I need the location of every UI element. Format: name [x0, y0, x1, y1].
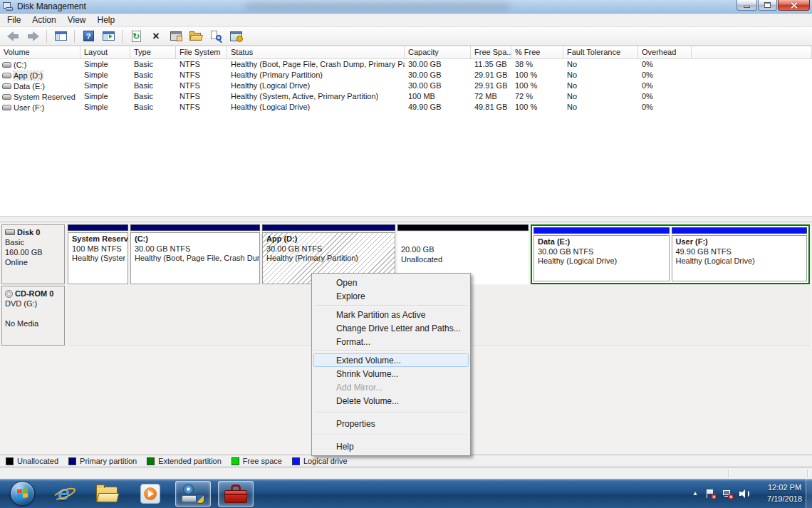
volume-row-c[interactable]: (C:) Simple Basic NTFS Healthy (Boot, Pa…	[0, 59, 812, 70]
open-button[interactable]	[187, 28, 204, 44]
cdrom-media: No Media	[5, 318, 61, 328]
volume-overhead: 0%	[638, 59, 692, 70]
partition-size: 30.00 GB NTFS	[538, 247, 665, 257]
status-pane-divider	[807, 470, 808, 477]
context-menu-mark-partition-active[interactable]: Mark Partition as Active	[313, 308, 469, 321]
volume-row-data-e[interactable]: Data (E:) Simple Basic NTFS Healthy (Log…	[0, 81, 812, 91]
volume-row-user-f[interactable]: User (F:) Simple Basic NTFS Healthy (Log…	[0, 102, 812, 113]
context-menu-format[interactable]: Format...	[313, 335, 469, 348]
column-header-file-system[interactable]: File System	[176, 46, 227, 59]
taskbar-windows-explorer[interactable]	[90, 481, 125, 507]
column-header-fault-tolerance[interactable]: Fault Tolerance	[563, 46, 638, 59]
context-menu-change-drive-letter[interactable]: Change Drive Letter and Paths...	[313, 321, 469, 335]
context-menu-open[interactable]: Open	[313, 276, 469, 289]
volume-capacity: 30.00 GB	[405, 70, 471, 81]
disk0-kind: Basic	[5, 237, 61, 247]
context-menu-delete-volume[interactable]: Delete Volume...	[313, 394, 469, 408]
taskbar-clock[interactable]: 12:02 PM 7/19/2018	[767, 482, 802, 504]
drive-icon	[2, 62, 11, 68]
legend-label: Primary partition	[80, 457, 137, 465]
context-menu-extend-volume[interactable]: Extend Volume...	[313, 353, 469, 367]
partition-data-e[interactable]: Data (E:) 30.00 GB NTFS Healthy (Logical…	[533, 227, 670, 281]
taskbar-toolbox[interactable]	[218, 481, 254, 507]
volume-name: User (F:)	[14, 103, 44, 112]
volume-speaker-icon[interactable]	[739, 489, 749, 499]
disk0-state: Online	[5, 257, 61, 267]
legend-label: Logical drive	[303, 457, 348, 465]
properties-button[interactable]	[167, 28, 184, 44]
legend-swatch-extended	[147, 457, 155, 465]
show-hide-action-pane-button[interactable]	[100, 28, 117, 44]
volume-layout: Simple	[80, 70, 130, 81]
taskbar-internet-explorer[interactable]: e	[47, 481, 83, 507]
volume-capacity: 49.90 GB	[405, 102, 471, 113]
pane-splitter[interactable]	[0, 216, 812, 222]
partition-size: 49.90 GB NTFS	[676, 247, 803, 257]
refresh-button[interactable]: ↻	[127, 28, 145, 44]
column-header-capacity[interactable]: Capacity	[405, 46, 471, 59]
volume-file-system: NTFS	[176, 91, 227, 102]
start-button[interactable]	[4, 481, 40, 507]
volume-pct-free: 100 %	[511, 70, 563, 81]
show-desktop-button[interactable]	[806, 479, 812, 508]
partition-user-f[interactable]: User (F:) 49.90 GB NTFS Healthy (Logical…	[672, 227, 808, 281]
menu-help[interactable]: Help	[92, 14, 121, 26]
partition-color-bar	[672, 227, 808, 234]
console-tree-button[interactable]	[52, 28, 69, 44]
cdrom-header[interactable]: CD-ROM 0 DVD (G:) No Media	[1, 286, 65, 346]
legend-swatch-primary	[68, 457, 76, 465]
manage-button[interactable]	[227, 28, 244, 44]
volume-overhead: 0%	[638, 91, 692, 102]
windows-start-icon	[10, 481, 35, 506]
partition-color-bar	[262, 224, 395, 231]
volume-row-system-reserved[interactable]: System Reserved Simple Basic NTFS Health…	[0, 91, 812, 102]
minimize-button[interactable]	[736, 0, 757, 11]
volume-pct-free: 38 %	[511, 59, 563, 70]
forward-button[interactable]	[24, 28, 41, 44]
drive-icon	[2, 73, 11, 78]
column-header-free-space[interactable]: Free Spa...	[471, 46, 511, 59]
column-header-pct-free[interactable]: % Free	[511, 46, 563, 59]
menu-file[interactable]: File	[1, 14, 26, 26]
partition-system-reserved[interactable]: System Reserv 100 MB NTFS Healthy (Syste…	[68, 224, 128, 284]
menu-view[interactable]: View	[62, 14, 92, 26]
partition-status: Healthy (Syster	[72, 254, 124, 264]
taskbar: e ▲ 12:02 PM 7/19/2018	[0, 479, 812, 508]
column-header-overhead[interactable]: Overhead	[638, 46, 692, 59]
find-button[interactable]	[207, 28, 224, 44]
volume-status: Healthy (System, Active, Primary Partiti…	[227, 91, 405, 102]
menu-action[interactable]: Action	[26, 14, 61, 26]
column-header-layout[interactable]: Layout	[80, 46, 130, 59]
column-header-type[interactable]: Type	[130, 46, 176, 59]
context-menu-properties[interactable]: Properties	[313, 417, 469, 430]
context-menu-shrink-volume[interactable]: Shrink Volume...	[313, 367, 469, 380]
partition-color-bar	[397, 224, 529, 231]
volume-row-app-d[interactable]: App (D:) Simple Basic NTFS Healthy (Prim…	[0, 70, 812, 81]
volume-file-system: NTFS	[176, 102, 227, 113]
drive-icon	[2, 94, 11, 100]
volume-free-space: 49.81 GB	[471, 102, 511, 113]
context-menu-explore[interactable]: Explore	[313, 289, 469, 303]
cdrom-drive: DVD (G:)	[5, 299, 61, 309]
taskbar-media-player[interactable]	[132, 481, 168, 507]
restore-button[interactable]	[758, 0, 777, 11]
context-menu-add-mirror[interactable]: Add Mirror...	[313, 380, 469, 394]
column-header-status[interactable]: Status	[227, 46, 405, 59]
refresh-icon: ↻	[132, 31, 141, 42]
back-button[interactable]	[4, 28, 21, 44]
taskbar-disk-management[interactable]	[175, 481, 211, 507]
network-status-icon[interactable]	[722, 489, 732, 499]
disk0-header[interactable]: Disk 0 Basic 160.00 GB Online	[1, 224, 65, 284]
column-header-volume[interactable]: Volume	[0, 46, 80, 59]
close-button[interactable]	[778, 0, 810, 11]
volume-file-system: NTFS	[176, 70, 227, 81]
tray-expand-button[interactable]: ▲	[692, 490, 698, 497]
drive-icon	[2, 105, 11, 110]
context-menu-help[interactable]: Help	[313, 440, 469, 453]
delete-button[interactable]: ×	[147, 28, 165, 44]
volume-status: Healthy (Boot, Page File, Crash Dump, Pr…	[227, 59, 405, 70]
help-button[interactable]: ?	[80, 28, 97, 44]
partition-c[interactable]: (C:) 30.00 GB NTFS Healthy (Boot, Page F…	[130, 224, 260, 284]
action-center-flag-icon[interactable]	[705, 489, 715, 499]
internet-explorer-icon: e	[53, 483, 77, 504]
